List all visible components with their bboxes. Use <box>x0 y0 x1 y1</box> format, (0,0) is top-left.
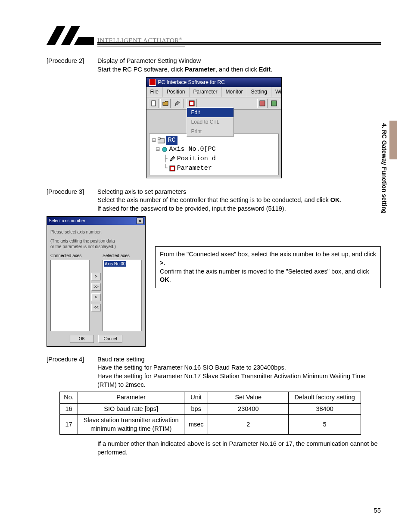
toolbar-new-icon[interactable] <box>149 99 159 108</box>
dropdown-item-print[interactable]: Print <box>187 127 234 136</box>
selected-axes-list[interactable]: Axis No.00 <box>103 260 142 331</box>
screenshot-pc-interface: PC Interface Software for RC File Positi… <box>146 77 282 178</box>
dropdown-item-edit[interactable]: Edit <box>187 108 234 117</box>
close-icon[interactable]: ✕ <box>137 218 143 224</box>
selected-axes-label: Selected axes <box>103 253 142 259</box>
pencil-icon <box>169 156 175 162</box>
page-number: 55 <box>374 506 381 515</box>
connected-axes-label: Connected axes <box>50 253 90 259</box>
menu-parameter[interactable]: Parameter <box>190 87 222 96</box>
col-default: Default factory setting <box>289 392 361 404</box>
dialog-hint: Please select axis number. <box>50 229 142 235</box>
selected-axis-item[interactable]: Axis No.00 <box>104 261 126 267</box>
toolbar: Edit Load to CTL Print <box>146 97 281 110</box>
tree-view: ⊟RC ⊟Axis No.0[PC ├Position d └Parameter <box>149 134 279 175</box>
procedure-label: [Procedure 3] <box>47 188 97 213</box>
cancel-button[interactable]: Cancel <box>98 335 122 343</box>
dialog-note: (The axis editing the position data or t… <box>50 238 142 249</box>
parameter-dropdown: Edit Load to CTL Print <box>187 107 234 137</box>
window-titlebar: PC Interface Software for RC <box>146 78 281 87</box>
svg-rect-12 <box>171 167 174 170</box>
procedure-4: [Procedure 4] Baud rate setting Have the… <box>47 355 381 389</box>
toolbar-btn-b-icon[interactable] <box>269 99 279 108</box>
svg-marker-2 <box>74 37 94 45</box>
folder-icon <box>158 137 165 143</box>
move-right-button[interactable]: > <box>91 273 101 280</box>
tree-position[interactable]: Position d <box>177 154 216 164</box>
page-header: INTELLIGENT ACTUATOR® <box>47 26 381 46</box>
menu-monitor[interactable]: Monitor <box>222 87 247 96</box>
toolbar-parameter-icon[interactable] <box>187 99 197 108</box>
procedure-4-footnote: If a number other than indicated above i… <box>47 440 381 457</box>
menu-window[interactable]: Wi <box>271 87 285 96</box>
logo-icon <box>47 26 94 46</box>
tree-axis[interactable]: Axis No.0[PC <box>169 145 216 154</box>
procedure-label: [Procedure 4] <box>47 355 97 389</box>
screenshot-select-axis: Select axis number ✕ Please select axis … <box>47 216 146 347</box>
parameter-table: No. Parameter Unit Set Value Default fac… <box>59 392 361 435</box>
menu-position[interactable]: Position <box>163 87 190 96</box>
col-unit: Unit <box>184 392 208 404</box>
dropdown-item-load[interactable]: Load to CTL <box>187 117 234 127</box>
svg-rect-3 <box>152 101 156 106</box>
col-no: No. <box>60 392 78 404</box>
table-row: 17 Slave station transmitter activation … <box>60 415 361 435</box>
col-parameter: Parameter <box>78 392 184 404</box>
procedure-2: [Procedure 2] Display of Parameter Setti… <box>47 57 381 74</box>
connected-axes-list[interactable] <box>50 260 90 331</box>
tree-root[interactable]: RC <box>166 136 177 145</box>
axis-icon <box>162 146 168 152</box>
move-left-button[interactable]: < <box>91 293 101 301</box>
dialog-title: Select axis number <box>49 218 85 224</box>
menu-setting[interactable]: Setting <box>247 87 271 96</box>
section-heading-vertical: 4. RC Gateway Function setting <box>380 123 388 214</box>
toolbar-edit-icon[interactable] <box>172 99 182 108</box>
table-header-row: No. Parameter Unit Set Value Default fac… <box>60 392 361 404</box>
procedure-title: Display of Parameter Setting Window <box>97 57 201 64</box>
parameter-icon <box>169 165 175 171</box>
table-row: 16 SIO baud rate [bps] bps 230400 38400 <box>60 403 361 415</box>
procedure-label: [Procedure 2] <box>47 57 97 74</box>
svg-rect-7 <box>271 101 277 106</box>
callout-box: From the "Connected axes" box, select th… <box>155 246 381 288</box>
menu-bar: File Position Parameter Monitor Setting … <box>146 87 281 97</box>
toolbar-btn-a-icon[interactable] <box>257 99 268 108</box>
side-tab: 4. RC Gateway Function setting <box>379 121 389 246</box>
svg-rect-6 <box>260 101 265 106</box>
svg-rect-5 <box>190 102 193 105</box>
window-title: PC Interface Software for RC <box>158 79 225 86</box>
procedure-3: [Procedure 3] Selecting axis to set para… <box>47 188 381 213</box>
svg-point-10 <box>162 147 167 152</box>
procedure-title: Selecting axis to set parameters <box>97 188 186 195</box>
menu-file[interactable]: File <box>146 87 163 96</box>
move-all-right-button[interactable]: >> <box>91 283 101 291</box>
svg-rect-9 <box>158 138 160 139</box>
procedure-title: Baud rate setting <box>97 356 145 363</box>
col-set-value: Set Value <box>208 392 289 404</box>
ok-button[interactable]: OK <box>70 335 94 343</box>
svg-marker-0 <box>47 26 65 45</box>
move-all-left-button[interactable]: << <box>91 304 101 311</box>
app-icon <box>149 79 156 86</box>
tree-parameter[interactable]: Parameter <box>177 164 212 173</box>
toolbar-open-icon[interactable] <box>160 99 171 108</box>
